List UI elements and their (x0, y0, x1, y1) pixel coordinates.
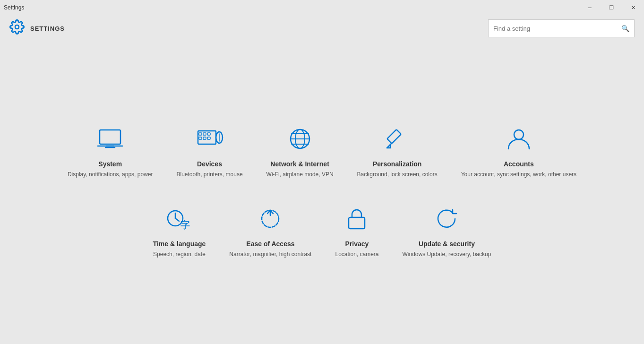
ease-icon (256, 207, 284, 234)
titlebar: Settings ─ ❐ ✕ (0, 0, 644, 15)
update-name: Update & security (419, 240, 475, 248)
devices-name: Devices (197, 160, 222, 168)
system-desc: Display, notifications, apps, power (68, 171, 153, 179)
svg-rect-1 (100, 130, 120, 144)
svg-rect-6 (199, 133, 202, 135)
network-desc: Wi-Fi, airplane mode, VPN (266, 171, 334, 179)
svg-line-20 (387, 143, 392, 148)
setting-accounts[interactable]: Accounts Your account, sync settings, wo… (454, 118, 584, 188)
network-name: Network & Internet (270, 160, 329, 168)
time-name: Time & language (153, 240, 206, 248)
header: SETTINGS 🔍 (0, 15, 644, 42)
svg-point-0 (15, 25, 19, 29)
setting-system[interactable]: System Display, notifications, apps, pow… (60, 118, 160, 188)
restore-button[interactable]: ❐ (601, 0, 622, 15)
header-title: SETTINGS (30, 25, 65, 32)
svg-line-26 (175, 218, 179, 221)
svg-point-23 (514, 130, 524, 139)
setting-ease[interactable]: Ease of Access Narrator, magnifier, high… (222, 198, 318, 268)
system-icon (96, 127, 124, 155)
search-input[interactable] (493, 25, 621, 32)
search-box: 🔍 (488, 19, 635, 37)
privacy-desc: Location, camera (335, 250, 378, 258)
svg-rect-7 (203, 133, 206, 135)
settings-row1: System Display, notifications, apps, pow… (60, 118, 584, 188)
setting-personalization[interactable]: Personalization Background, lock screen,… (350, 118, 445, 188)
titlebar-text: Settings (4, 4, 24, 11)
ease-name: Ease of Access (246, 240, 294, 248)
time-desc: Speech, region, date (153, 250, 206, 258)
svg-rect-8 (207, 133, 210, 135)
svg-rect-19 (387, 129, 401, 144)
search-icon: 🔍 (621, 25, 629, 32)
main-content: System Display, notifications, apps, pow… (0, 42, 644, 344)
titlebar-controls: ─ ❐ ✕ (579, 0, 644, 15)
setting-time[interactable]: 字 Time & language Speech, region, date (146, 198, 213, 268)
svg-text:字: 字 (180, 220, 190, 230)
devices-icon (196, 127, 224, 155)
close-button[interactable]: ✕ (622, 0, 644, 15)
ease-desc: Narrator, magnifier, high contrast (229, 250, 311, 258)
svg-rect-9 (199, 137, 202, 139)
personalization-name: Personalization (373, 160, 421, 168)
devices-desc: Bluetooth, printers, mouse (176, 171, 242, 179)
privacy-icon (343, 207, 371, 234)
update-icon (432, 207, 461, 234)
accounts-name: Accounts (504, 160, 534, 168)
personalization-desc: Background, lock screen, colors (357, 171, 438, 179)
update-desc: Windows Update, recovery, backup (403, 250, 491, 258)
accounts-icon (505, 127, 533, 155)
network-icon (286, 127, 314, 155)
setting-devices[interactable]: Devices Bluetooth, printers, mouse (169, 118, 249, 188)
svg-rect-10 (203, 137, 206, 139)
minimize-button[interactable]: ─ (579, 0, 601, 15)
accounts-desc: Your account, sync settings, work, other… (461, 171, 576, 179)
setting-privacy[interactable]: Privacy Location, camera (328, 198, 386, 268)
settings-gear-icon (9, 19, 25, 38)
setting-update[interactable]: Update & security Windows Update, recove… (395, 198, 498, 268)
settings-row2: 字 Time & language Speech, region, date E… (60, 198, 584, 268)
time-icon: 字 (165, 207, 193, 234)
privacy-name: Privacy (345, 240, 369, 248)
setting-network[interactable]: Network & Internet Wi-Fi, airplane mode,… (259, 118, 341, 188)
svg-rect-11 (207, 137, 210, 139)
system-name: System (98, 160, 122, 168)
svg-rect-30 (349, 217, 365, 229)
personalization-icon (383, 127, 412, 155)
